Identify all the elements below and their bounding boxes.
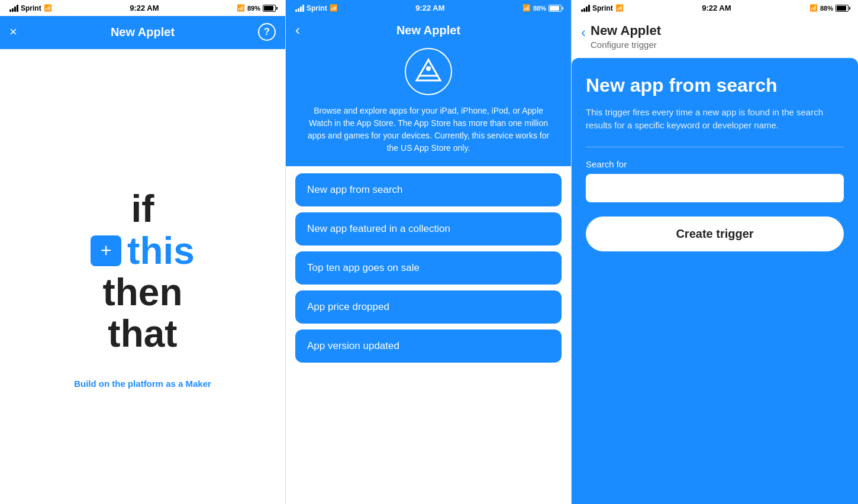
help-icon-1[interactable]: ? bbox=[258, 23, 276, 41]
screen3-phone: Sprint 📶 9:22 AM 📶 88% ‹ New Applet Conf… bbox=[572, 0, 858, 504]
then-text: then bbox=[91, 272, 195, 313]
carrier-3: Sprint bbox=[592, 4, 613, 12]
app-store-header: ‹ New Applet Browse and explore apps for… bbox=[286, 16, 571, 166]
trigger-divider bbox=[586, 147, 844, 147]
phone3-title: New Applet bbox=[591, 23, 849, 38]
carrier-1: Sprint bbox=[21, 4, 41, 12]
phone3-body: New app from search This trigger fires e… bbox=[572, 58, 858, 504]
status-bar-2: Sprint 📶 9:22 AM 📶 88% bbox=[286, 0, 571, 16]
this-text: this bbox=[127, 230, 195, 272]
status-bar-1: Sprint 📶 9:22 AM 📶 89% bbox=[0, 0, 285, 16]
battery-pct-3: 88% bbox=[820, 5, 833, 12]
trigger-btn-new-app-collection[interactable]: New app featured in a collection bbox=[295, 212, 562, 245]
battery-icon-3 bbox=[836, 5, 849, 12]
bluetooth-icon-3: 📶 bbox=[809, 4, 818, 12]
time-1: 9:22 AM bbox=[130, 4, 159, 12]
status-right-3: 📶 88% bbox=[809, 4, 849, 12]
search-input[interactable] bbox=[586, 174, 844, 202]
status-bar-3: Sprint 📶 9:22 AM 📶 88% bbox=[572, 0, 858, 16]
trigger-btn-new-app-search[interactable]: New app from search bbox=[295, 173, 562, 206]
back-button-3[interactable]: ‹ bbox=[581, 24, 586, 41]
screen1-phone: Sprint 📶 9:22 AM 📶 89% × New Applet ? if bbox=[0, 0, 286, 504]
help-button-1[interactable]: ? bbox=[254, 23, 276, 41]
trigger-btn-app-version-updated[interactable]: App version updated bbox=[295, 329, 562, 363]
screen1-body: if + this then that Build on the platfor… bbox=[0, 49, 285, 504]
trigger-list: New app from search New app featured in … bbox=[286, 166, 571, 504]
battery-pct-2: 88% bbox=[533, 5, 546, 12]
wifi-icon-1: 📶 bbox=[44, 4, 52, 12]
app-store-nav: ‹ New Applet bbox=[295, 22, 562, 38]
svg-point-0 bbox=[426, 66, 431, 71]
this-row: + this bbox=[91, 230, 195, 272]
app-store-description: Browse and explore apps for your iPad, i… bbox=[295, 105, 562, 154]
create-trigger-button[interactable]: Create trigger bbox=[586, 217, 844, 251]
battery-icon-1 bbox=[263, 5, 276, 12]
battery-fill-1 bbox=[264, 6, 273, 11]
bluetooth-icon-2: 📶 bbox=[522, 4, 531, 12]
app-header-1: × New Applet ? bbox=[0, 16, 285, 49]
time-3: 9:22 AM bbox=[702, 4, 731, 12]
trigger-btn-app-price-dropped[interactable]: App price dropped bbox=[295, 290, 562, 324]
status-right-2: 📶 88% bbox=[522, 4, 562, 12]
phone3-header: ‹ New Applet Configure trigger bbox=[572, 16, 858, 58]
signal-icon-2 bbox=[295, 5, 304, 12]
signal-icon-1 bbox=[9, 5, 18, 12]
if-text: if bbox=[91, 188, 195, 230]
time-2: 9:22 AM bbox=[415, 4, 444, 12]
battery-icon-2 bbox=[549, 5, 562, 12]
phone3-titles: New Applet Configure trigger bbox=[591, 23, 849, 50]
app-store-logo bbox=[405, 48, 452, 95]
battery-fill-2 bbox=[550, 6, 559, 11]
phone3-subtitle: Configure trigger bbox=[591, 40, 849, 50]
status-left-2: Sprint 📶 bbox=[295, 4, 338, 12]
battery-fill-3 bbox=[837, 6, 846, 11]
status-left-3: Sprint 📶 bbox=[581, 4, 624, 12]
nav-title-2: New Applet bbox=[313, 24, 544, 37]
ifttt-text-block: if + this then that bbox=[91, 188, 195, 355]
search-label: Search for bbox=[586, 159, 844, 169]
phone3-nav: ‹ New Applet Configure trigger bbox=[581, 23, 849, 50]
battery-pct-1: 89% bbox=[247, 5, 260, 12]
signal-icon-3 bbox=[581, 5, 590, 12]
trigger-description: This trigger fires every time a new app … bbox=[586, 106, 844, 133]
wifi-icon-3: 📶 bbox=[615, 4, 624, 12]
close-icon-1[interactable]: × bbox=[9, 24, 17, 40]
maker-link[interactable]: Build on the platform as a Maker bbox=[74, 379, 211, 389]
applet-title-1: New Applet bbox=[31, 25, 254, 39]
that-text: that bbox=[91, 313, 195, 354]
close-button-1[interactable]: × bbox=[9, 24, 31, 40]
trigger-main-title: New app from search bbox=[586, 75, 844, 96]
screen2-phone: Sprint 📶 9:22 AM 📶 88% ‹ New Applet Bro bbox=[286, 0, 572, 504]
carrier-2: Sprint bbox=[307, 4, 327, 12]
back-button-2[interactable]: ‹ bbox=[295, 22, 313, 38]
trigger-btn-top-ten-sale[interactable]: Top ten app goes on sale bbox=[295, 251, 562, 285]
bluetooth-icon-1: 📶 bbox=[237, 4, 245, 12]
wifi-icon-2: 📶 bbox=[330, 4, 338, 12]
app-store-svg bbox=[414, 57, 443, 86]
status-right-1: 📶 89% bbox=[237, 4, 276, 12]
status-left-1: Sprint 📶 bbox=[9, 4, 52, 12]
plus-box-icon[interactable]: + bbox=[91, 235, 121, 266]
